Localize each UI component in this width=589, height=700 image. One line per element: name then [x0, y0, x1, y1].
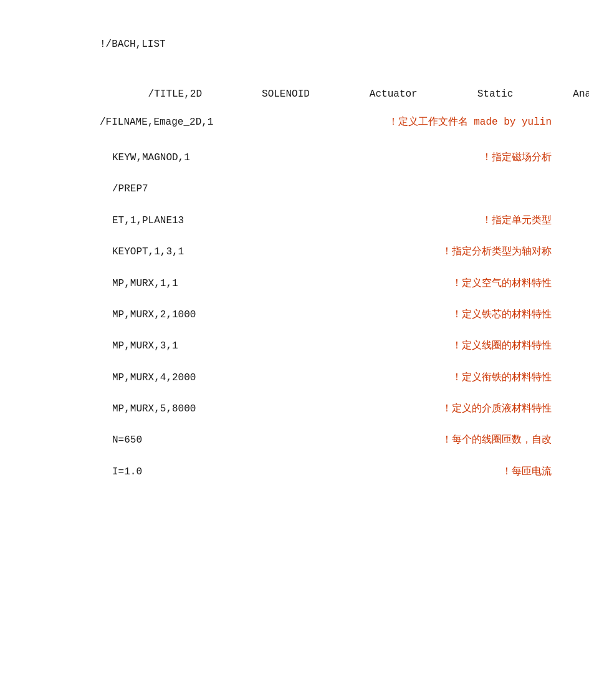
keyw-code: KEYW,MAGNOD,1 — [100, 151, 190, 165]
et-line: ET,1,PLANE13 ！指定单元类型 — [100, 214, 552, 228]
prep7-code: /PREP7 — [100, 182, 148, 196]
main-content: !/BACH,LIST /TITLE,2D SOLENOID Actuator … — [0, 37, 589, 479]
n-comment: ！每个的线圈匝数，自改 — [429, 433, 552, 447]
keyw-line: KEYW,MAGNOD,1 ！指定磁场分析 — [100, 151, 552, 165]
title-line: /TITLE,2D SOLENOID Actuator Static Analy… — [100, 73, 552, 115]
mp5-code: MP,MURX,5,8000 — [100, 402, 196, 416]
n-code: N=650 — [100, 433, 142, 447]
filname-code: /FILNAME,Emage_2D,1 — [100, 115, 213, 129]
mp3-line: MP,MURX,3,1 ！定义线圈的材料特性 — [100, 339, 552, 353]
mp5-line: MP,MURX,5,8000 ！定义的介质液材料特性 — [100, 402, 552, 416]
mp1-comment: ！定义空气的材料特性 — [439, 277, 552, 290]
keyopt-line: KEYOPT,1,3,1 ！指定分析类型为轴对称 — [100, 245, 552, 259]
n-line: N=650 ！每个的线圈匝数，自改 — [100, 433, 552, 447]
mp2-comment: ！定义铁芯的材料特性 — [439, 308, 552, 322]
filname-comment: ！定义工作文件名 made by yulin — [376, 115, 552, 129]
mp4-code: MP,MURX,4,2000 — [100, 371, 196, 385]
i-comment: ！每匝电流 — [489, 465, 552, 479]
mp1-line: MP,MURX,1,1 ！定义空气的材料特性 — [100, 277, 552, 290]
bach-list-line: !/BACH,LIST — [100, 37, 552, 51]
mp4-comment: ！定义衔铁的材料特性 — [439, 371, 552, 385]
mp3-comment: ！定义线圈的材料特性 — [439, 339, 552, 353]
title-code: /TITLE,2D SOLENOID Actuator Static Analy… — [100, 73, 589, 115]
keyopt-comment: ！指定分析类型为轴对称 — [429, 245, 552, 259]
et-comment: ！指定单元类型 — [469, 214, 552, 228]
i-code: I=1.0 — [100, 465, 142, 479]
filname-line: /FILNAME,Emage_2D,1 ！定义工作文件名 made by yul… — [100, 115, 552, 129]
mp4-line: MP,MURX,4,2000 ！定义衔铁的材料特性 — [100, 371, 552, 385]
keyopt-code: KEYOPT,1,3,1 — [100, 245, 184, 259]
mp3-code: MP,MURX,3,1 — [100, 339, 178, 353]
et-code: ET,1,PLANE13 — [100, 214, 184, 228]
bach-list-code: !/BACH,LIST — [100, 37, 166, 51]
keyw-comment: ！指定磁场分析 — [469, 151, 552, 165]
i-line: I=1.0 ！每匝电流 — [100, 465, 552, 479]
mp5-comment: ！定义的介质液材料特性 — [429, 402, 552, 416]
prep7-line: /PREP7 — [100, 182, 552, 196]
mp2-code: MP,MURX,2,1000 — [100, 308, 196, 322]
mp2-line: MP,MURX,2,1000 ！定义铁芯的材料特性 — [100, 308, 552, 322]
mp1-code: MP,MURX,1,1 — [100, 277, 178, 290]
